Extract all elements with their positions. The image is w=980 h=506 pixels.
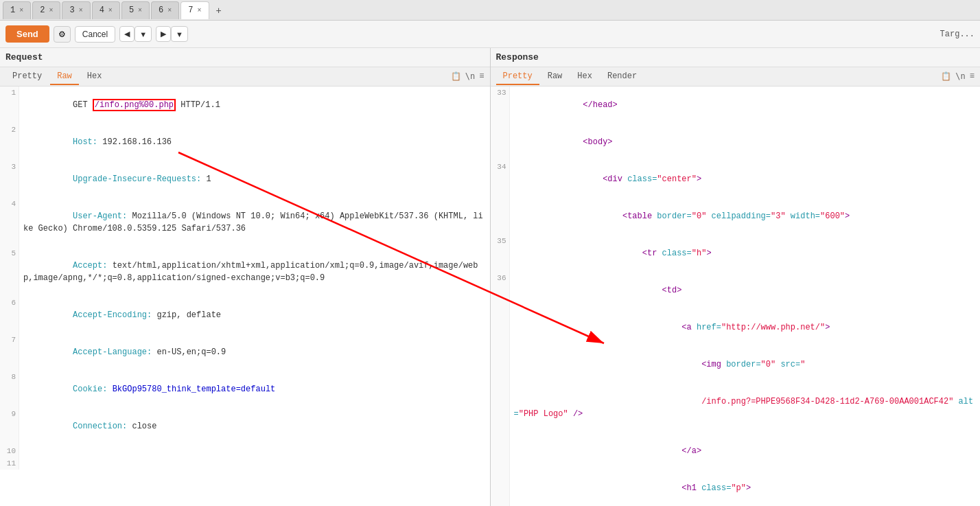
tab-close-6[interactable]: × bbox=[167, 7, 172, 14]
request-line-6: 6 Accept-Encoding: gzip, deflate bbox=[0, 297, 490, 334]
response-more-icon[interactable]: ≡ bbox=[970, 71, 975, 82]
target-label: Targ... bbox=[940, 30, 975, 39]
response-tab-pretty[interactable]: Pretty bbox=[496, 69, 539, 85]
cancel-button[interactable]: Cancel bbox=[75, 26, 115, 43]
tab-label: 5 bbox=[129, 5, 134, 15]
tab-label: 3 bbox=[69, 5, 74, 15]
gear-button[interactable]: ⚙ bbox=[54, 26, 71, 43]
tab-close-2[interactable]: × bbox=[49, 7, 53, 14]
request-line-7: 7 Accept-Language: en-US,en;q=0.9 bbox=[0, 334, 490, 371]
response-header: Response bbox=[491, 48, 981, 67]
request-line-9: 9 Connection: close bbox=[0, 408, 490, 445]
response-line-body: <body> bbox=[491, 124, 981, 161]
response-line-img2: /info.png?=PHPE9568F34-D428-11d2-A769-00… bbox=[491, 383, 981, 433]
response-line-34: 34 <div class="center"> bbox=[491, 161, 981, 198]
response-panel: Response Pretty Raw Hex Render 📋 \n ≡ 33… bbox=[491, 48, 981, 506]
tab-1[interactable]: 1 × bbox=[3, 1, 31, 19]
response-line-table1: <table border="0" cellpadding="3" width=… bbox=[491, 198, 981, 235]
request-line-8: 8 Cookie: BkGOp95780_think_template=defa… bbox=[0, 371, 490, 408]
add-tab-button[interactable]: + bbox=[211, 2, 227, 19]
request-tab-icons: 📋 \n ≡ bbox=[451, 71, 485, 82]
request-panel: Request Pretty Raw Hex 📋 \n ≡ 1 GET /inf… bbox=[0, 48, 491, 506]
response-line-35: 35 <tr class="h"> bbox=[491, 235, 981, 272]
nav-back-button[interactable]: ◀ bbox=[119, 26, 135, 42]
response-wrap-icon[interactable]: \n bbox=[955, 71, 965, 82]
tab-5[interactable]: 5 × bbox=[121, 1, 150, 19]
nav-forward-dropdown-button[interactable]: ▼ bbox=[171, 26, 188, 42]
tab-3[interactable]: 3 × bbox=[62, 1, 90, 19]
response-line-img1: <img border="0" src=" bbox=[491, 346, 981, 383]
tab-2[interactable]: 2 × bbox=[32, 1, 60, 19]
response-tab-icons: 📋 \n ≡ bbox=[941, 71, 975, 82]
tab-6[interactable]: 6 × bbox=[151, 1, 179, 19]
send-button[interactable]: Send bbox=[5, 25, 49, 43]
request-line-4: 4 User-Agent: Mozilla/5.0 (Windows NT 10… bbox=[0, 198, 490, 247]
more-icon[interactable]: ≡ bbox=[479, 71, 484, 82]
tab-7[interactable]: 7 × bbox=[180, 1, 209, 19]
tab-label: 2 bbox=[40, 5, 45, 15]
response-line-h1: <h1 class="p"> bbox=[491, 470, 981, 506]
response-line-close-a: </a> bbox=[491, 433, 981, 470]
wrap-icon[interactable]: \n bbox=[465, 71, 475, 82]
toolbar: Send ⚙ Cancel ◀ ▼ ▶ ▼ Targ... bbox=[0, 21, 980, 48]
tab-label: 7 bbox=[188, 5, 193, 15]
tab-close-5[interactable]: × bbox=[138, 7, 142, 14]
response-line-36: 36 <td> bbox=[491, 272, 981, 309]
response-code-area[interactable]: 33 </head> <body> 34 <div class="center"… bbox=[491, 87, 981, 506]
request-tab-hex[interactable]: Hex bbox=[80, 69, 109, 85]
request-tab-raw[interactable]: Raw bbox=[50, 69, 79, 85]
nav-forward-button[interactable]: ▶ bbox=[156, 26, 171, 42]
response-tab-raw[interactable]: Raw bbox=[541, 69, 570, 85]
tab-close-3[interactable]: × bbox=[79, 7, 83, 14]
tab-close-4[interactable]: × bbox=[108, 7, 113, 14]
request-tabs: Pretty Raw Hex 📋 \n ≡ bbox=[0, 67, 490, 87]
request-line-5: 5 Accept: text/html,application/xhtml+xm… bbox=[0, 247, 490, 297]
tab-close-7[interactable]: × bbox=[198, 7, 202, 14]
response-tab-hex[interactable]: Hex bbox=[570, 69, 599, 85]
tabs-bar: 1 × 2 × 3 × 4 × 5 × 6 × 7 × + bbox=[0, 0, 980, 21]
request-line-1: 1 GET /info.png%00.php HTTP/1.1 bbox=[0, 87, 490, 124]
request-line-11: 11 bbox=[0, 457, 490, 470]
response-line-a: <a href="http://www.php.net/"> bbox=[491, 309, 981, 346]
tab-label: 1 bbox=[10, 5, 15, 15]
response-tab-render[interactable]: Render bbox=[600, 69, 644, 85]
response-line-33: 33 </head> bbox=[491, 87, 981, 124]
request-header: Request bbox=[0, 48, 490, 67]
nav-dropdown-button[interactable]: ▼ bbox=[135, 26, 152, 42]
tab-label: 6 bbox=[159, 5, 163, 15]
request-tab-pretty[interactable]: Pretty bbox=[5, 69, 49, 85]
tab-4[interactable]: 4 × bbox=[92, 1, 120, 19]
response-clipboard-icon[interactable]: 📋 bbox=[941, 71, 951, 82]
response-tabs: Pretty Raw Hex Render 📋 \n ≡ bbox=[491, 67, 981, 87]
clipboard-icon[interactable]: 📋 bbox=[451, 71, 461, 82]
request-line-2: 2 Host: 192.168.16.136 bbox=[0, 124, 490, 161]
request-line-10: 10 bbox=[0, 445, 490, 457]
request-line-3: 3 Upgrade-Insecure-Requests: 1 bbox=[0, 161, 490, 198]
tab-close-1[interactable]: × bbox=[19, 7, 23, 14]
tab-label: 4 bbox=[100, 5, 104, 15]
request-code-area[interactable]: 1 GET /info.png%00.php HTTP/1.1 2 Host: … bbox=[0, 87, 490, 506]
